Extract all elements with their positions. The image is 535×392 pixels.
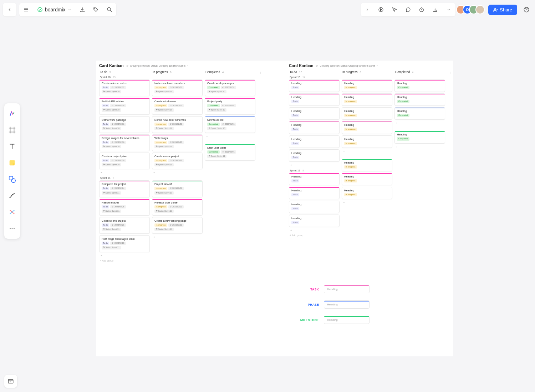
kanban-card[interactable]: Heading Completed xyxy=(394,79,445,92)
column-header[interactable]: In progress8 xyxy=(152,69,203,75)
kanban-card[interactable]: Project party Completed⏱ 2023/02/01⚑ Spr… xyxy=(205,98,255,114)
kanban-card[interactable]: Demo work package To do⏱ 2023/02/16⚑ Spr… xyxy=(99,116,150,133)
kanban-card[interactable]: Heading To do xyxy=(289,135,340,148)
add-card-button[interactable]: + xyxy=(289,228,340,233)
kanban-card[interactable]: Heading In progress xyxy=(342,121,392,134)
kanban-card[interactable]: Heading To do xyxy=(289,149,340,162)
kanban-card[interactable]: Clean up the project To do⏱ 2023/02/26⚑ … xyxy=(99,217,150,234)
add-group-button[interactable]: + Add group xyxy=(289,233,340,237)
kanban-card[interactable]: Heading Completed xyxy=(394,131,445,143)
sticky-note-tool-icon[interactable] xyxy=(4,155,20,170)
group-label[interactable]: Sprint 1014 xyxy=(289,75,340,79)
chart-button[interactable] xyxy=(428,3,442,16)
column-header[interactable]: To do9 xyxy=(99,69,150,75)
kanban-card[interactable]: Heading In progress xyxy=(342,187,392,199)
shape-tool-icon[interactable] xyxy=(4,172,20,187)
help-button[interactable] xyxy=(521,4,532,15)
play-button[interactable] xyxy=(374,3,388,16)
kanban-card[interactable]: Heading To do xyxy=(289,121,340,134)
expand-button[interactable] xyxy=(361,3,374,16)
add-card-button[interactable]: + xyxy=(205,162,255,167)
kanban-card[interactable]: Create wireframes In progress⏱ 2023/02/0… xyxy=(152,98,203,114)
column-header[interactable]: Completed4 xyxy=(205,69,255,75)
kanban-card[interactable]: Heading Completed xyxy=(394,93,445,106)
add-column-button[interactable]: + xyxy=(447,70,453,76)
comment-button[interactable] xyxy=(401,3,415,16)
kanban-card[interactable]: Heading Completed xyxy=(394,107,445,120)
column-header[interactable]: To do10 xyxy=(289,69,340,75)
kanban-card[interactable]: Heading In progress xyxy=(342,79,392,92)
kanban-card[interactable]: Draft user guide Completed⏱ 2023/02/01⚑ … xyxy=(205,144,255,161)
kanban-card[interactable]: Heading In progress xyxy=(342,93,392,106)
kanban-card[interactable]: Heading In progress xyxy=(342,135,392,148)
add-card-button[interactable]: + xyxy=(342,201,392,206)
add-column-button[interactable]: + xyxy=(258,70,263,76)
logo-tool-icon[interactable] xyxy=(4,106,20,121)
connector-tool-icon[interactable] xyxy=(4,205,20,220)
add-card-button[interactable]: + xyxy=(394,121,445,126)
kanban-card[interactable]: New to-do list Completed⏱ 2023/01/31⚑ Sp… xyxy=(205,116,255,133)
group-label[interactable]: Sprint 118 xyxy=(289,168,340,173)
kanban-card[interactable]: Heading In progress xyxy=(342,159,392,171)
kanban-card[interactable]: Complete the project To do⏱ 2023/02/24⚑ … xyxy=(99,180,150,197)
share-button[interactable]: Share xyxy=(488,5,517,15)
text-tool-icon[interactable] xyxy=(4,139,20,154)
kanban-card[interactable]: Write blogs In progress⏱ 2023/02/23⚑ Spr… xyxy=(152,134,203,151)
kanban-card[interactable]: Publish PR articles To do⏱ 2023/02/16⚑ S… xyxy=(99,98,150,114)
tag-button[interactable] xyxy=(89,3,103,16)
kanban-card[interactable]: Heading To do xyxy=(289,173,340,185)
back-button[interactable] xyxy=(3,3,16,16)
add-card-button[interactable]: + xyxy=(394,145,445,150)
kanban-card[interactable]: Invite new team members In progress⏱ 202… xyxy=(152,79,203,96)
layers-button[interactable] xyxy=(4,375,17,388)
more-button[interactable] xyxy=(442,3,455,16)
add-card-button[interactable]: + xyxy=(342,149,392,154)
kanban-card[interactable]: Heading In progress xyxy=(342,107,392,120)
app-logo[interactable]: boardmix xyxy=(33,7,76,12)
kanban-board-left[interactable]: Card Kanban Grouping condition: Status; … xyxy=(99,63,263,263)
kanban-card[interactable]: Heading To do xyxy=(289,107,340,120)
column-header[interactable]: In progress8 xyxy=(342,69,392,75)
line-tool-icon[interactable] xyxy=(4,188,20,203)
kanban-card[interactable]: Project kick-off In progress⏱ 2023/02/01… xyxy=(152,180,203,197)
avatar[interactable] xyxy=(475,5,485,14)
board-condition[interactable]: Grouping condition: Status; Grouping con… xyxy=(316,65,378,67)
add-card-button[interactable]: + xyxy=(99,254,150,259)
add-card-button[interactable]: + xyxy=(289,163,340,168)
kanban-card[interactable]: Heading In progress xyxy=(342,173,392,185)
add-card-button[interactable]: + xyxy=(152,171,203,176)
timer-button[interactable] xyxy=(415,3,428,16)
kanban-card[interactable]: Create a project plan To do⏱ 2023/02/16⚑… xyxy=(99,153,150,169)
kanban-card[interactable]: Create a new project In progress⏱ 2023/0… xyxy=(152,153,203,169)
kanban-card[interactable]: Create release notes To do⏱ 2023/02/17⚑ … xyxy=(99,79,150,96)
search-button[interactable] xyxy=(103,3,116,16)
add-card-button[interactable]: + xyxy=(99,171,150,176)
more-tools-icon[interactable] xyxy=(4,221,20,236)
canvas[interactable]: Card Kanban Grouping condition: Status; … xyxy=(96,61,453,356)
add-card-button[interactable]: + xyxy=(152,235,203,240)
kanban-card[interactable]: Heading To do xyxy=(289,79,340,92)
cursor-button[interactable] xyxy=(388,3,401,16)
kanban-card[interactable]: Design images for new features To do⏱ 20… xyxy=(99,134,150,151)
collaborator-avatars[interactable]: O xyxy=(459,5,485,14)
kanban-card[interactable]: Heading To do xyxy=(289,201,340,213)
kanban-card[interactable]: Heading To do xyxy=(289,187,340,199)
kanban-card[interactable]: Define new color schemes In progress⏱ 20… xyxy=(152,116,203,133)
kanban-card[interactable]: Create a new landing page In progress⏱ 2… xyxy=(152,217,203,234)
kanban-card[interactable]: Heading To do xyxy=(289,93,340,106)
kanban-card[interactable]: Heading To do xyxy=(289,215,340,227)
add-group-button[interactable]: + Add group xyxy=(99,259,150,263)
download-button[interactable] xyxy=(76,3,89,16)
column-header[interactable]: Completed4 xyxy=(394,69,445,75)
kanban-board-right[interactable]: Card Kanban Grouping condition: Status; … xyxy=(289,63,453,237)
menu-button[interactable] xyxy=(19,3,33,16)
frame-tool-icon[interactable] xyxy=(4,123,20,138)
kanban-card[interactable]: Create work packages Completed⏱ 2023/01/… xyxy=(205,79,255,96)
kanban-card[interactable]: Release user guide In progress⏱ 2023/03/… xyxy=(152,199,203,216)
group-label[interactable]: Sprint 1013 xyxy=(99,75,150,79)
kanban-card[interactable]: Resize images To do⏱ 2023/02/25⚑ Sprint:… xyxy=(99,199,150,216)
group-label[interactable]: Sprint 118 xyxy=(99,176,150,180)
kanban-card[interactable]: Post blogs about agile team To do⏱ 2023/… xyxy=(99,235,150,252)
add-card-button[interactable]: + xyxy=(205,134,255,139)
board-condition[interactable]: Grouping condition: Status; Grouping con… xyxy=(126,65,188,67)
